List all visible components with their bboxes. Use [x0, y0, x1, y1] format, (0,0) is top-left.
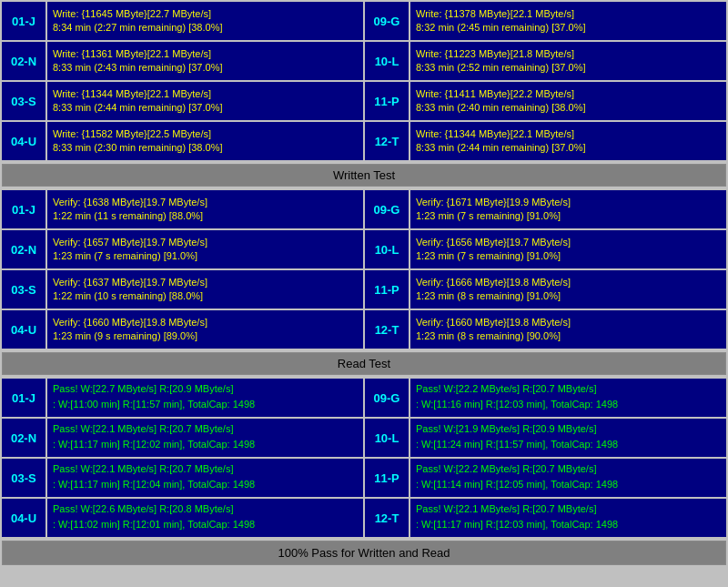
- row-id-02-n: 02-N: [2, 230, 46, 268]
- pass-cell-01-j: Pass! W:[22.7 MByte/s] R:[20.9 MByte/s]:…: [47, 379, 363, 417]
- pass-id-03-s: 03-S: [2, 459, 46, 497]
- row-id-03-s: 03-S: [2, 270, 46, 309]
- row-id-04-u: 04-U: [2, 310, 46, 349]
- pass-cell-10-l: Pass! W:[21.9 MByte/s] R:[20.9 MByte/s]:…: [410, 419, 726, 457]
- read-test-label: Read Test: [338, 357, 390, 370]
- pass-id-11-p: 11-P: [365, 459, 409, 497]
- written-test-section: 01-JWrite: {11645 MByte}[22.7 MByte/s]8:…: [2, 2, 726, 187]
- status-text: 100% Pass for Written and Read: [278, 546, 450, 560]
- pass-id-12-t: 12-T: [365, 499, 409, 537]
- cell-04-u: Verify: {1660 MByte}[19.8 MByte/s]1:23 m…: [47, 310, 363, 349]
- pass-cell-09-g: Pass! W:[22.2 MByte/s] R:[20.7 MByte/s]:…: [410, 379, 726, 417]
- row-id-10-l: 10-L: [365, 230, 409, 268]
- pass-id-09-g: 09-G: [365, 379, 409, 417]
- cell-12-t: Verify: {1660 MByte}[19.8 MByte/s]1:23 m…: [410, 310, 726, 349]
- verify-section: 01-JVerify: {1638 MByte}[19.7 MByte/s]1:…: [2, 190, 726, 375]
- pass-id-04-u: 04-U: [2, 499, 46, 537]
- cell-12-t: Write: {11344 MByte}[22.1 MByte/s]8:33 m…: [410, 122, 726, 160]
- pass-cell-02-n: Pass! W:[22.1 MByte/s] R:[20.7 MByte/s]:…: [47, 419, 363, 457]
- pass-id-10-l: 10-L: [365, 419, 409, 457]
- row-id-04-u: 04-U: [2, 122, 46, 160]
- pass-id-01-j: 01-J: [2, 379, 46, 417]
- row-id-12-t: 12-T: [365, 310, 409, 349]
- cell-10-l: Write: {11223 MByte}[21.8 MByte/s]8:33 m…: [410, 42, 726, 80]
- cell-11-p: Write: {11411 MByte}[22.2 MByte/s]8:33 m…: [410, 82, 726, 120]
- pass-cell-12-t: Pass! W:[22.1 MByte/s] R:[20.7 MByte/s]:…: [410, 499, 726, 537]
- row-id-09-g: 09-G: [365, 2, 409, 40]
- cell-03-s: Write: {11344 MByte}[22.1 MByte/s]8:33 m…: [47, 82, 363, 120]
- row-id-11-p: 11-P: [365, 82, 409, 120]
- cell-11-p: Verify: {1666 MByte}[19.8 MByte/s]1:23 m…: [410, 270, 726, 309]
- written-test-label: Written Test: [333, 168, 395, 182]
- row-id-02-n: 02-N: [2, 42, 46, 80]
- written-test-divider: Written Test: [2, 164, 726, 187]
- pass-cell-04-u: Pass! W:[22.6 MByte/s] R:[20.8 MByte/s]:…: [47, 499, 363, 537]
- row-id-12-t: 12-T: [365, 122, 409, 160]
- read-test-divider: Read Test: [2, 352, 726, 375]
- cell-10-l: Verify: {1656 MByte}[19.7 MByte/s]1:23 m…: [410, 230, 726, 268]
- cell-03-s: Verify: {1637 MByte}[19.7 MByte/s]1:22 m…: [47, 270, 363, 309]
- main-container: 01-JWrite: {11645 MByte}[22.7 MByte/s]8:…: [0, 0, 728, 569]
- cell-09-g: Verify: {1671 MByte}[19.9 MByte/s]1:23 m…: [410, 190, 726, 228]
- cell-01-j: Verify: {1638 MByte}[19.7 MByte/s]1:22 m…: [47, 190, 363, 228]
- pass-id-02-n: 02-N: [2, 419, 46, 457]
- cell-02-n: Write: {11361 MByte}[22.1 MByte/s]8:33 m…: [47, 42, 363, 80]
- status-bar: 100% Pass for Written and Read: [2, 541, 726, 565]
- row-id-01-j: 01-J: [2, 190, 46, 228]
- row-id-11-p: 11-P: [365, 270, 409, 309]
- row-id-03-s: 03-S: [2, 82, 46, 120]
- cell-02-n: Verify: {1657 MByte}[19.7 MByte/s]1:23 m…: [47, 230, 363, 268]
- row-id-01-j: 01-J: [2, 2, 46, 40]
- row-id-09-g: 09-G: [365, 190, 409, 228]
- pass-section: 01-JPass! W:[22.7 MByte/s] R:[20.9 MByte…: [2, 379, 726, 565]
- pass-cell-03-s: Pass! W:[22.1 MByte/s] R:[20.7 MByte/s]:…: [47, 459, 363, 497]
- cell-09-g: Write: {11378 MByte}[22.1 MByte/s]8:32 m…: [410, 2, 726, 40]
- pass-cell-11-p: Pass! W:[22.2 MByte/s] R:[20.7 MByte/s]:…: [410, 459, 726, 497]
- cell-01-j: Write: {11645 MByte}[22.7 MByte/s]8:34 m…: [47, 2, 363, 40]
- cell-04-u: Write: {11582 MByte}[22.5 MByte/s]8:33 m…: [47, 122, 363, 160]
- row-id-10-l: 10-L: [365, 42, 409, 80]
